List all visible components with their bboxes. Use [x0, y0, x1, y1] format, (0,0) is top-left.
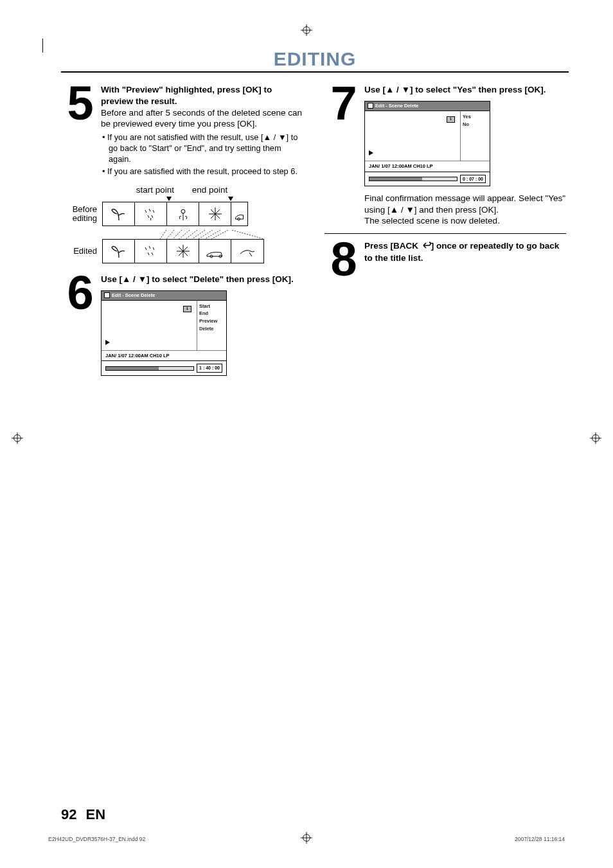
edit-diagram: start point end point Before editing: [61, 185, 303, 263]
svg-line-15: [173, 230, 182, 239]
step-8-heading: Press [BACK ] once or repeatedly to go b…: [364, 240, 566, 263]
option-preview: Preview: [199, 318, 224, 324]
option-yes: Yes: [463, 114, 488, 120]
step-5-bullet-1: If you are not satisfied with the result…: [101, 132, 303, 165]
car-icon: [206, 244, 225, 259]
before-editing-label: Before editing: [61, 205, 97, 224]
timecode: 1 : 40 : 00: [197, 364, 222, 372]
flower-icon: [173, 206, 193, 222]
edited-strip: [102, 239, 264, 263]
svg-line-18: [192, 230, 205, 239]
registration-mark-bottom: [301, 832, 312, 844]
car-icon: [231, 206, 247, 222]
options-panel: Start End Preview Delete: [197, 301, 226, 350]
thumbnail-badge: 1: [183, 306, 191, 312]
option-start: Start: [199, 303, 224, 310]
dialog-title: Edit - Scene Delete: [375, 103, 419, 109]
step-7-note-2: The selected scene is now deleted.: [364, 215, 566, 227]
page-number: 92EN: [61, 806, 105, 823]
edit-icon: [368, 103, 373, 109]
snow-icon: [206, 206, 225, 222]
step-6-heading: Use [▲ / ▼] to select "Delete" then pres…: [101, 274, 303, 285]
page-title: EDITING: [61, 48, 569, 70]
dialog-title: Edit - Scene Delete: [112, 292, 155, 299]
step-7: 7 Use [▲ / ▼] to select "Yes" then press…: [324, 84, 566, 227]
seedling-icon: [109, 206, 129, 222]
scene-delete-confirm-dialog: Edit - Scene Delete 1 Yes No JAN/ 1/0: [364, 101, 490, 186]
edit-icon: [104, 292, 110, 298]
recording-info: JAN/ 1/07 12:00AM CH10 LP: [102, 351, 226, 362]
option-delete: Delete: [199, 326, 224, 332]
step-number: 6: [61, 274, 97, 376]
step-5-bullet-2: If you are satisfied with the result, pr…: [101, 166, 303, 177]
back-return-icon: [421, 241, 431, 252]
svg-line-22: [232, 230, 264, 239]
right-column: 7 Use [▲ / ▼] to select "Yes" then press…: [324, 84, 566, 382]
timecode: 0 : 07 : 00: [460, 175, 486, 183]
progress-bar: [105, 366, 194, 371]
footer-filename: E2H42UD_DVDR3576H-37_EN.indd 92: [48, 836, 145, 842]
options-panel: Yes No: [460, 111, 490, 161]
step-number: 5: [61, 84, 97, 179]
registration-mark-right: [590, 432, 601, 444]
svg-line-13: [160, 230, 166, 239]
deletion-slashes: [102, 230, 264, 239]
left-column: 5 With "Preview" highlighted, press [OK]…: [61, 84, 303, 382]
bird-icon: [238, 244, 257, 259]
step-6: 6 Use [▲ / ▼] to select "Delete" then pr…: [61, 274, 303, 376]
svg-line-21: [211, 230, 228, 239]
step-5-body: Before and after 5 seconds of the delete…: [101, 107, 303, 130]
step-number: 8: [324, 240, 360, 279]
step-7-note-1: Final confirmation message will appear. …: [364, 193, 566, 216]
svg-line-16: [179, 230, 190, 239]
progress-bar: [369, 177, 458, 181]
registration-mark-top: [301, 24, 312, 36]
edited-label: Edited: [61, 247, 97, 256]
thumbnail-badge: 1: [447, 116, 455, 123]
play-icon: [369, 150, 373, 155]
scene-delete-dialog: Edit - Scene Delete 1 Start End Preview …: [101, 290, 227, 376]
step-5: 5 With "Preview" highlighted, press [OK]…: [61, 84, 303, 179]
step-7-heading: Use [▲ / ▼] to select "Yes" then press […: [364, 84, 566, 96]
svg-line-20: [205, 230, 220, 239]
divider: [324, 233, 566, 234]
page-content: EDITING 5 With "Preview" highlighted, pr…: [61, 48, 569, 382]
svg-point-12: [181, 209, 185, 213]
svg-line-17: [186, 230, 197, 239]
step-5-heading: With "Preview" highlighted, press [OK] t…: [101, 84, 303, 107]
start-point-label: start point: [136, 185, 174, 195]
play-icon: [105, 340, 110, 345]
svg-line-19: [199, 230, 213, 239]
crop-mark: [42, 39, 43, 53]
end-point-label: end point: [192, 185, 228, 195]
recording-info: JAN/ 1/07 12:00AM CH10 LP: [365, 161, 490, 172]
step-number: 7: [324, 84, 360, 227]
option-end: End: [199, 310, 224, 317]
before-strip: [102, 202, 248, 226]
indicator-arrows: [168, 197, 232, 202]
rain-icon: [141, 206, 161, 222]
title-underline: [61, 71, 569, 73]
step-8: 8 Press [BACK ] once or repeatedly to go…: [324, 240, 566, 279]
registration-mark-left: [12, 432, 23, 444]
svg-line-14: [166, 230, 174, 239]
footer-timestamp: 2007/12/28 11:16:14: [515, 836, 565, 842]
option-no: No: [463, 121, 488, 128]
